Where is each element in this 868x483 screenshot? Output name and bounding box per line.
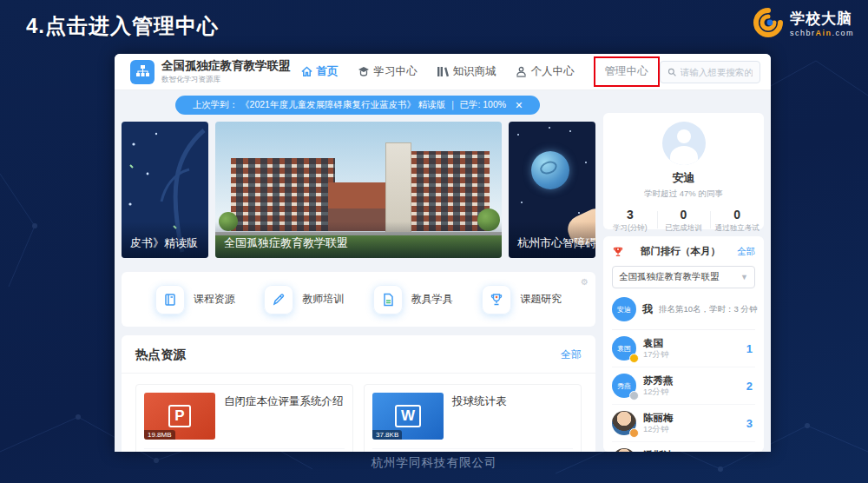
- category-course-resources[interactable]: 课程资源: [155, 285, 235, 314]
- tower-art: [385, 142, 411, 233]
- ranking-all-link[interactable]: 全部: [737, 246, 755, 258]
- bookshelf-icon: [437, 66, 449, 77]
- resource-card-ppt[interactable]: P 19.8MB 自闭症本位评量系统介绍 2.教师培训 1 0: [135, 384, 353, 452]
- avatar: 袁国: [612, 336, 636, 361]
- banner-slide-bluebook[interactable]: 皮书》精读版: [122, 122, 208, 258]
- graduation-cap-icon: [358, 66, 370, 77]
- ranking-trophy-icon: [612, 246, 624, 258]
- webpage-frame: 全国孤独症教育教学联盟 数智化学习资源库 首页 学习中心: [115, 54, 771, 452]
- bronze-medal-icon: [629, 428, 639, 438]
- user-name: 安迪: [603, 170, 764, 186]
- ranking-title: 部门排行（本月）: [624, 245, 737, 258]
- site-title: 全国孤独症教育教学联盟: [161, 58, 291, 74]
- school-brain-icon: [753, 7, 784, 38]
- home-icon: [301, 66, 312, 77]
- my-rank-detail: 排名第10名，学时：3 分钟: [659, 304, 758, 315]
- silver-medal-icon: [629, 391, 639, 400]
- stat-exams-passed: 0 通过独立考试: [710, 208, 764, 234]
- site-subtitle: 数智化学习资源库: [161, 75, 291, 85]
- category-teacher-training[interactable]: 教师培训: [264, 285, 344, 314]
- banner-slide-hangzhou[interactable]: 杭州市心智障碍: [509, 122, 595, 258]
- rank-row-2: 秀燕 苏秀燕12分钟 2: [612, 367, 755, 405]
- banner-carousel: 皮书》精读版 全国孤独症教育教学联盟 杭州市心智障碍: [122, 122, 595, 258]
- user-profile-card: 安迪 学时超过 47% 的同事 3 学习(分钟) 0 已完成培训 0 通过独立考…: [603, 113, 764, 229]
- rank-row-3: 陈丽梅12分钟 3: [612, 405, 755, 442]
- brand-name: 学校大脑: [790, 9, 854, 29]
- resource-title: 投球统计表: [452, 393, 507, 440]
- nav-management-center[interactable]: 管理中心: [594, 56, 660, 87]
- rank-number: 1: [746, 342, 755, 355]
- word-icon: W: [395, 405, 421, 427]
- hot-resources-title: 热点资源: [135, 347, 186, 363]
- pencil-icon: [264, 285, 293, 314]
- nav-personal-center[interactable]: 个人中心: [516, 64, 575, 79]
- my-rank-row: 安迪 我 排名第10名，学时：3 分钟: [612, 288, 755, 330]
- resource-title: 自闭症本位评量系统介绍: [224, 393, 344, 440]
- nav-home[interactable]: 首页: [301, 64, 339, 79]
- rank-row-4: 潘斯诗10分钟 4: [612, 442, 755, 452]
- site-header: 全国孤独症教育教学联盟 数智化学习资源库 首页 学习中心: [115, 54, 771, 90]
- site-logo[interactable]: [130, 60, 155, 84]
- avatar: [612, 448, 636, 452]
- search-box[interactable]: [660, 61, 761, 83]
- nav-learning-center[interactable]: 学习中心: [358, 64, 418, 79]
- footer-company: 杭州学同科技有限公司: [0, 455, 868, 471]
- brand-logo: 学校大脑 schbrAin.com: [753, 7, 854, 38]
- rank-row-1: 袁国 袁国17分钟 1: [612, 330, 755, 367]
- step-title: 4.点击进入管理中心: [26, 12, 219, 40]
- rank-number: 2: [746, 380, 755, 393]
- avatar: [612, 411, 636, 435]
- planet-art: [531, 151, 569, 189]
- hot-resources-card: 热点资源 全部 P 19.8MB 自闭症本位评量系统介绍 2.教师培训 1: [122, 335, 595, 452]
- gold-medal-icon: [629, 354, 639, 363]
- stat-trainings-done: 0 已完成培训: [657, 208, 711, 234]
- last-learned-notice[interactable]: 上次学到： 《2021年度儿童发展障碍康复行业蓝皮书》 精读版 ｜ 已学: 10…: [175, 96, 540, 115]
- department-ranking-card: 部门排行（本月） 全部 全国孤独症教育教学联盟 ▼ 安迪 我 排名第10名，学时…: [603, 236, 764, 452]
- avatar: 秀燕: [612, 374, 636, 398]
- avatar: 安迪: [612, 297, 636, 321]
- book-icon: [155, 285, 185, 314]
- resource-card-word[interactable]: W 37.8KB 投球统计表 3.教具学具 1 0: [364, 384, 582, 452]
- main-nav: 首页 学习中心 知识商城: [301, 56, 660, 87]
- gear-icon[interactable]: ⚙: [581, 277, 589, 287]
- category-teaching-aids[interactable]: 教具学具: [373, 285, 453, 314]
- document-icon: [373, 285, 403, 314]
- notice-text: 上次学到： 《2021年度儿童发展障碍康复行业蓝皮书》 精读版 ｜ 已学: 10…: [193, 99, 507, 111]
- ppt-thumbnail: P 19.8MB: [144, 393, 215, 440]
- file-size-badge: 19.8MB: [144, 430, 175, 440]
- nav-knowledge-mall[interactable]: 知识商城: [437, 64, 496, 79]
- word-thumbnail: W 37.8KB: [372, 393, 444, 440]
- site-title-block: 全国孤独症教育教学联盟 数智化学习资源库: [161, 58, 291, 85]
- chevron-down-icon: ▼: [740, 273, 748, 281]
- hot-resources-all-link[interactable]: 全部: [561, 347, 582, 362]
- person-icon: [516, 66, 527, 77]
- banner-caption: 皮书》精读版: [122, 222, 208, 258]
- banner-slide-campus[interactable]: 全国孤独症教育教学联盟: [215, 122, 502, 258]
- notice-close-icon[interactable]: ✕: [515, 100, 523, 111]
- brand-domain: schbrAin.com: [790, 29, 854, 37]
- search-icon: [667, 67, 676, 77]
- department-dropdown[interactable]: 全国孤独症教育教学联盟 ▼: [612, 266, 755, 288]
- trophy-icon: [482, 285, 511, 314]
- file-size-badge: 37.8KB: [372, 430, 402, 440]
- user-progress-note: 学时超过 47% 的同事: [603, 189, 764, 200]
- banner-caption: 杭州市心智障碍: [509, 222, 595, 258]
- building-left-art: [231, 158, 335, 231]
- search-input[interactable]: [681, 67, 753, 77]
- org-chart-icon: [135, 64, 150, 79]
- avatar[interactable]: [662, 122, 706, 165]
- powerpoint-icon: P: [168, 405, 190, 427]
- category-topic-research[interactable]: 课题研究: [482, 285, 562, 314]
- category-card: ⚙ 课程资源 教师培训 教具学具 课题研究: [122, 272, 595, 327]
- rank-number: 3: [746, 417, 755, 430]
- banner-caption: 全国孤独症教育教学联盟: [215, 222, 502, 258]
- stat-study-minutes: 3 学习(分钟): [603, 208, 657, 234]
